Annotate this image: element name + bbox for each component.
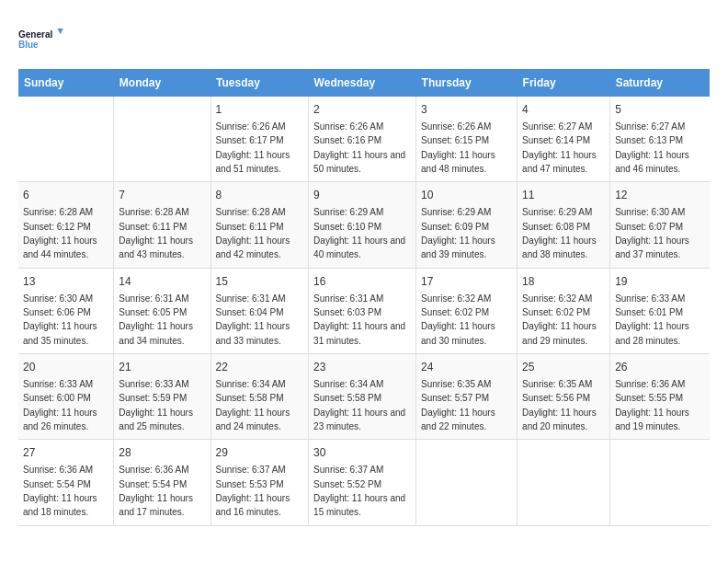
cell-info: Sunrise: 6:33 AMSunset: 6:00 PMDaylight:… xyxy=(23,379,97,431)
day-number: 19 xyxy=(615,274,705,290)
cell-info: Sunrise: 6:37 AMSunset: 5:53 PMDaylight:… xyxy=(216,465,290,517)
day-number: 21 xyxy=(119,360,205,375)
cell-info: Sunrise: 6:31 AMSunset: 6:05 PMDaylight:… xyxy=(119,293,193,346)
day-number: 6 xyxy=(23,188,108,203)
cell-info: Sunrise: 6:28 AMSunset: 6:12 PMDaylight:… xyxy=(23,207,97,259)
day-number: 17 xyxy=(421,274,512,290)
calendar-cell: 13Sunrise: 6:30 AMSunset: 6:06 PMDayligh… xyxy=(18,268,114,353)
cell-info: Sunrise: 6:31 AMSunset: 6:03 PMDaylight:… xyxy=(313,293,405,346)
calendar-cell: 22Sunrise: 6:34 AMSunset: 5:58 PMDayligh… xyxy=(210,354,309,440)
cell-info: Sunrise: 6:27 AMSunset: 6:14 PMDaylight:… xyxy=(522,121,597,174)
cell-info: Sunrise: 6:29 AMSunset: 6:10 PMDaylight:… xyxy=(313,207,405,259)
day-number: 9 xyxy=(313,188,411,203)
calendar-cell: 7Sunrise: 6:28 AMSunset: 6:11 PMDaylight… xyxy=(114,182,210,268)
day-number: 2 xyxy=(313,102,411,118)
calendar-cell: 23Sunrise: 6:34 AMSunset: 5:58 PMDayligh… xyxy=(309,354,416,440)
svg-marker-2 xyxy=(58,29,63,34)
weekday-header-monday: Monday xyxy=(114,69,210,97)
calendar-cell: 21Sunrise: 6:33 AMSunset: 5:59 PMDayligh… xyxy=(114,354,210,440)
week-row-2: 6Sunrise: 6:28 AMSunset: 6:12 PMDaylight… xyxy=(18,182,710,268)
cell-info: Sunrise: 6:26 AMSunset: 6:16 PMDaylight:… xyxy=(313,121,405,174)
day-number: 28 xyxy=(119,445,205,461)
day-number: 29 xyxy=(216,445,304,461)
day-number: 20 xyxy=(23,360,108,375)
calendar-cell xyxy=(610,440,710,525)
day-number: 26 xyxy=(615,360,705,375)
calendar-cell: 17Sunrise: 6:32 AMSunset: 6:02 PMDayligh… xyxy=(416,268,518,353)
day-number: 22 xyxy=(216,360,304,375)
cell-info: Sunrise: 6:26 AMSunset: 6:15 PMDaylight:… xyxy=(421,121,495,174)
cell-info: Sunrise: 6:30 AMSunset: 6:07 PMDaylight:… xyxy=(615,207,689,259)
calendar-cell: 27Sunrise: 6:36 AMSunset: 5:54 PMDayligh… xyxy=(18,440,114,525)
cell-info: Sunrise: 6:28 AMSunset: 6:11 PMDaylight:… xyxy=(119,207,193,259)
day-number: 8 xyxy=(216,188,304,203)
cell-info: Sunrise: 6:30 AMSunset: 6:06 PMDaylight:… xyxy=(23,293,97,346)
calendar-cell xyxy=(18,97,114,182)
day-number: 11 xyxy=(522,188,605,203)
day-number: 23 xyxy=(313,360,411,375)
day-number: 15 xyxy=(216,274,304,290)
calendar-cell: 16Sunrise: 6:31 AMSunset: 6:03 PMDayligh… xyxy=(309,268,416,353)
weekday-header-tuesday: Tuesday xyxy=(210,69,309,97)
logo-svg: General Blue xyxy=(18,18,64,60)
day-number: 14 xyxy=(119,274,205,290)
cell-info: Sunrise: 6:26 AMSunset: 6:17 PMDaylight:… xyxy=(216,121,290,174)
calendar-cell: 2Sunrise: 6:26 AMSunset: 6:16 PMDaylight… xyxy=(309,97,416,182)
calendar-cell: 5Sunrise: 6:27 AMSunset: 6:13 PMDaylight… xyxy=(610,97,710,182)
cell-info: Sunrise: 6:27 AMSunset: 6:13 PMDaylight:… xyxy=(615,121,689,174)
day-number: 5 xyxy=(615,102,705,118)
day-number: 3 xyxy=(421,102,512,118)
calendar-cell: 14Sunrise: 6:31 AMSunset: 6:05 PMDayligh… xyxy=(114,268,210,353)
calendar-cell: 15Sunrise: 6:31 AMSunset: 6:04 PMDayligh… xyxy=(210,268,309,353)
day-number: 7 xyxy=(119,188,205,203)
cell-info: Sunrise: 6:34 AMSunset: 5:58 PMDaylight:… xyxy=(216,379,290,431)
cell-info: Sunrise: 6:36 AMSunset: 5:55 PMDaylight:… xyxy=(615,379,689,431)
cell-info: Sunrise: 6:33 AMSunset: 6:01 PMDaylight:… xyxy=(615,293,689,346)
day-number: 10 xyxy=(421,188,512,203)
day-number: 27 xyxy=(23,445,108,461)
cell-info: Sunrise: 6:37 AMSunset: 5:52 PMDaylight:… xyxy=(313,465,405,517)
calendar-cell: 26Sunrise: 6:36 AMSunset: 5:55 PMDayligh… xyxy=(610,354,710,440)
weekday-header-thursday: Thursday xyxy=(416,69,518,97)
page-header: General Blue xyxy=(18,18,710,60)
calendar-cell: 10Sunrise: 6:29 AMSunset: 6:09 PMDayligh… xyxy=(416,182,518,268)
calendar-cell: 11Sunrise: 6:29 AMSunset: 6:08 PMDayligh… xyxy=(518,182,610,268)
calendar-cell: 12Sunrise: 6:30 AMSunset: 6:07 PMDayligh… xyxy=(610,182,710,268)
cell-info: Sunrise: 6:36 AMSunset: 5:54 PMDaylight:… xyxy=(23,465,97,517)
day-number: 13 xyxy=(23,274,108,290)
calendar-cell xyxy=(114,97,210,182)
calendar-cell: 8Sunrise: 6:28 AMSunset: 6:11 PMDaylight… xyxy=(210,182,309,268)
day-number: 30 xyxy=(313,445,411,461)
cell-info: Sunrise: 6:31 AMSunset: 6:04 PMDaylight:… xyxy=(216,293,290,346)
cell-info: Sunrise: 6:36 AMSunset: 5:54 PMDaylight:… xyxy=(119,465,193,517)
weekday-header-wednesday: Wednesday xyxy=(309,69,416,97)
calendar-cell: 30Sunrise: 6:37 AMSunset: 5:52 PMDayligh… xyxy=(309,440,416,525)
cell-info: Sunrise: 6:33 AMSunset: 5:59 PMDaylight:… xyxy=(119,379,193,431)
cell-info: Sunrise: 6:32 AMSunset: 6:02 PMDaylight:… xyxy=(421,293,495,346)
day-number: 24 xyxy=(421,360,512,375)
calendar-cell: 20Sunrise: 6:33 AMSunset: 6:00 PMDayligh… xyxy=(18,354,114,440)
day-number: 18 xyxy=(522,274,605,290)
week-row-3: 13Sunrise: 6:30 AMSunset: 6:06 PMDayligh… xyxy=(18,268,710,353)
calendar-cell xyxy=(518,440,610,525)
cell-info: Sunrise: 6:29 AMSunset: 6:09 PMDaylight:… xyxy=(421,207,495,259)
calendar-cell: 19Sunrise: 6:33 AMSunset: 6:01 PMDayligh… xyxy=(610,268,710,353)
logo: General Blue xyxy=(18,18,64,60)
day-number: 16 xyxy=(313,274,411,290)
calendar-cell: 18Sunrise: 6:32 AMSunset: 6:02 PMDayligh… xyxy=(518,268,610,353)
weekday-header-friday: Friday xyxy=(518,69,610,97)
calendar-cell: 3Sunrise: 6:26 AMSunset: 6:15 PMDaylight… xyxy=(416,97,518,182)
cell-info: Sunrise: 6:34 AMSunset: 5:58 PMDaylight:… xyxy=(313,379,405,431)
day-number: 1 xyxy=(216,102,304,118)
week-row-1: 1Sunrise: 6:26 AMSunset: 6:17 PMDaylight… xyxy=(18,97,710,182)
weekday-header-row: SundayMondayTuesdayWednesdayThursdayFrid… xyxy=(18,69,710,97)
calendar-cell: 4Sunrise: 6:27 AMSunset: 6:14 PMDaylight… xyxy=(518,97,610,182)
weekday-header-sunday: Sunday xyxy=(18,69,114,97)
calendar-cell: 6Sunrise: 6:28 AMSunset: 6:12 PMDaylight… xyxy=(18,182,114,268)
week-row-4: 20Sunrise: 6:33 AMSunset: 6:00 PMDayligh… xyxy=(18,354,710,440)
calendar-cell: 9Sunrise: 6:29 AMSunset: 6:10 PMDaylight… xyxy=(309,182,416,268)
calendar-cell: 28Sunrise: 6:36 AMSunset: 5:54 PMDayligh… xyxy=(114,440,210,525)
week-row-5: 27Sunrise: 6:36 AMSunset: 5:54 PMDayligh… xyxy=(18,440,710,525)
day-number: 12 xyxy=(615,188,705,203)
weekday-header-saturday: Saturday xyxy=(610,69,710,97)
